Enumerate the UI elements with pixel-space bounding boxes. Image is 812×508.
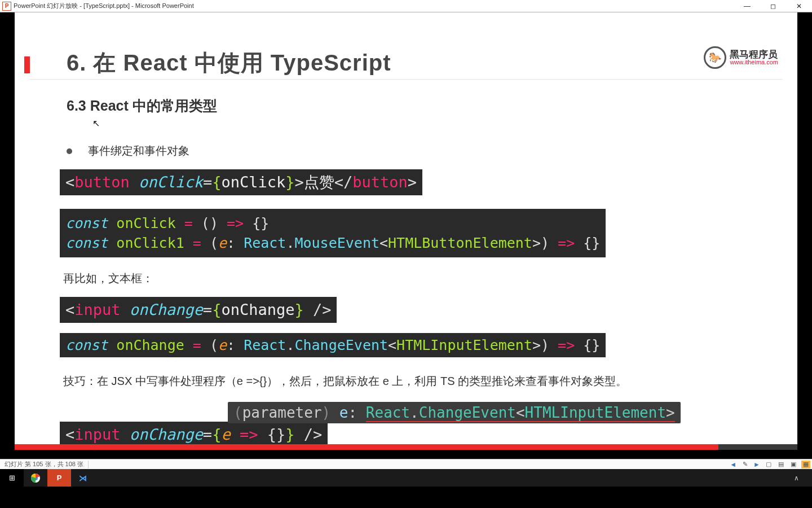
bullet-1: 事件绑定和事件对象 bbox=[67, 143, 189, 159]
taskbar-overflow-icon[interactable]: ∧ bbox=[794, 474, 812, 482]
plain-text-2: 技巧：在 JSX 中写事件处理程序（e =>{}），然后，把鼠标放在 e 上，利… bbox=[63, 374, 627, 389]
accent-bar bbox=[24, 56, 30, 73]
vscode-taskbar-icon[interactable]: ⋊ bbox=[71, 469, 95, 487]
code-block-1: <button onClick={onClick}>点赞</button> bbox=[60, 169, 422, 195]
start-button[interactable]: ⊞ bbox=[0, 469, 24, 487]
taskbar: ⊞ P ⋊ ∧ bbox=[0, 469, 812, 487]
sorter-view-button[interactable]: ▤ bbox=[776, 461, 785, 468]
bullet-dot-icon bbox=[67, 148, 72, 154]
maximize-button[interactable]: ◻ bbox=[760, 0, 786, 12]
code-block-5: <input onChange={e => {}} /> bbox=[60, 422, 328, 448]
reading-view-button[interactable]: ▣ bbox=[789, 461, 798, 468]
slideshow-area[interactable]: 6. 在 React 中使用 TypeScript 🐎 黑马程序员 www.it… bbox=[0, 12, 812, 459]
powerpoint-icon: P bbox=[2, 2, 11, 11]
normal-view-button[interactable]: ▢ bbox=[764, 461, 773, 468]
titlebar: P PowerPoint 幻灯片放映 - [TypeScript.pptx] -… bbox=[0, 0, 812, 12]
code-block-4: const onChange = (e: React.ChangeEvent<H… bbox=[60, 333, 606, 357]
powerpoint-taskbar-icon[interactable]: P bbox=[47, 469, 71, 487]
horse-icon: 🐎 bbox=[704, 46, 726, 69]
slide-subheading: 6.3 React 中的常用类型 bbox=[67, 97, 217, 115]
window-title: PowerPoint 幻灯片放映 - [TypeScript.pptx] - M… bbox=[14, 2, 194, 10]
bullet-1-text: 事件绑定和事件对象 bbox=[88, 143, 189, 159]
next-slide-button[interactable]: ► bbox=[753, 461, 760, 468]
logo-text-url: www.itheima.com bbox=[730, 59, 778, 65]
statusbar: 幻灯片 第 105 张，共 108 张 ◄ ✎ ► ▢ ▤ ▣ ▦ bbox=[0, 459, 812, 469]
cursor-icon: ↖ bbox=[92, 118, 100, 129]
minimize-button[interactable]: — bbox=[734, 0, 760, 12]
footer-strip bbox=[15, 444, 797, 450]
close-button[interactable]: ✕ bbox=[786, 0, 812, 12]
code-block-3: <input onChange={onChange} /> bbox=[60, 297, 337, 323]
slide-counter: 幻灯片 第 105 张，共 108 张 bbox=[5, 460, 83, 468]
slideshow-view-button[interactable]: ▦ bbox=[801, 461, 810, 468]
code-block-2: const onClick = () => {} const onClick1 … bbox=[60, 209, 606, 257]
logo-text-cn: 黑马程序员 bbox=[730, 50, 778, 59]
prev-slide-button[interactable]: ◄ bbox=[730, 461, 736, 468]
plain-text-1: 再比如，文本框： bbox=[63, 271, 153, 286]
slide: 6. 在 React 中使用 TypeScript 🐎 黑马程序员 www.it… bbox=[15, 12, 797, 450]
chrome-taskbar-icon[interactable] bbox=[24, 469, 47, 487]
type-tooltip: (parameter) e: React.ChangeEvent<HTMLInp… bbox=[228, 402, 681, 423]
divider bbox=[29, 79, 783, 80]
brand-logo: 🐎 黑马程序员 www.itheima.com bbox=[704, 46, 778, 69]
pen-icon[interactable]: ✎ bbox=[740, 461, 749, 468]
slide-heading: 6. 在 React 中使用 TypeScript bbox=[67, 47, 391, 78]
